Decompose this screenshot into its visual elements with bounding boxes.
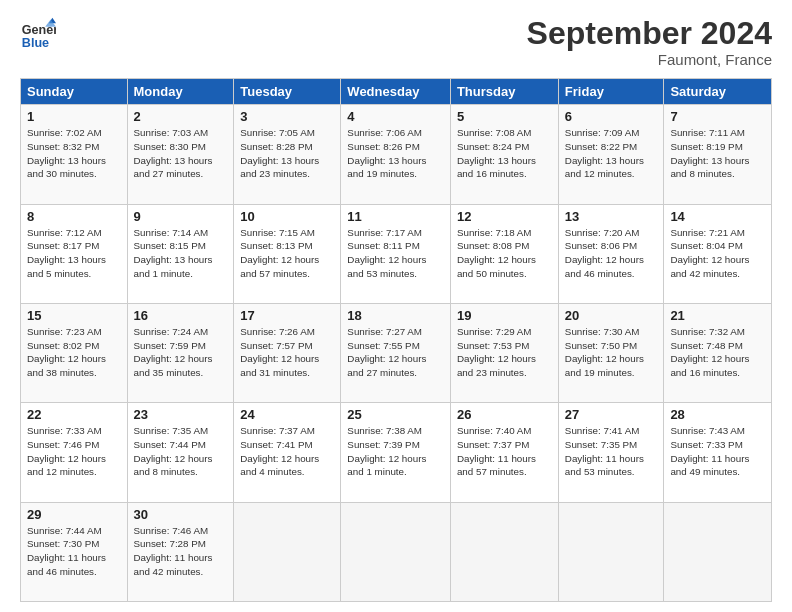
day-cell: 29 Sunrise: 7:44 AMSunset: 7:30 PMDaylig… bbox=[21, 502, 128, 601]
calendar-header-row: Sunday Monday Tuesday Wednesday Thursday… bbox=[21, 79, 772, 105]
col-sunday: Sunday bbox=[21, 79, 128, 105]
day-cell: 22 Sunrise: 7:33 AMSunset: 7:46 PMDaylig… bbox=[21, 403, 128, 502]
day-cell: 17 Sunrise: 7:26 AMSunset: 7:57 PMDaylig… bbox=[234, 303, 341, 402]
calendar-row: 1 Sunrise: 7:02 AMSunset: 8:32 PMDayligh… bbox=[21, 105, 772, 204]
col-saturday: Saturday bbox=[664, 79, 772, 105]
day-cell: 20 Sunrise: 7:30 AMSunset: 7:50 PMDaylig… bbox=[558, 303, 664, 402]
day-cell: 3 Sunrise: 7:05 AMSunset: 8:28 PMDayligh… bbox=[234, 105, 341, 204]
day-cell-empty bbox=[341, 502, 451, 601]
col-tuesday: Tuesday bbox=[234, 79, 341, 105]
day-cell: 12 Sunrise: 7:18 AMSunset: 8:08 PMDaylig… bbox=[450, 204, 558, 303]
day-cell-empty bbox=[558, 502, 664, 601]
day-cell: 5 Sunrise: 7:08 AMSunset: 8:24 PMDayligh… bbox=[450, 105, 558, 204]
day-cell: 6 Sunrise: 7:09 AMSunset: 8:22 PMDayligh… bbox=[558, 105, 664, 204]
col-thursday: Thursday bbox=[450, 79, 558, 105]
calendar-row: 29 Sunrise: 7:44 AMSunset: 7:30 PMDaylig… bbox=[21, 502, 772, 601]
day-cell: 30 Sunrise: 7:46 AMSunset: 7:28 PMDaylig… bbox=[127, 502, 234, 601]
day-cell: 19 Sunrise: 7:29 AMSunset: 7:53 PMDaylig… bbox=[450, 303, 558, 402]
day-cell: 14 Sunrise: 7:21 AMSunset: 8:04 PMDaylig… bbox=[664, 204, 772, 303]
day-cell-empty bbox=[450, 502, 558, 601]
day-cell: 21 Sunrise: 7:32 AMSunset: 7:48 PMDaylig… bbox=[664, 303, 772, 402]
col-wednesday: Wednesday bbox=[341, 79, 451, 105]
col-friday: Friday bbox=[558, 79, 664, 105]
calendar-table: Sunday Monday Tuesday Wednesday Thursday… bbox=[20, 78, 772, 602]
calendar-row: 15 Sunrise: 7:23 AMSunset: 8:02 PMDaylig… bbox=[21, 303, 772, 402]
calendar-row: 22 Sunrise: 7:33 AMSunset: 7:46 PMDaylig… bbox=[21, 403, 772, 502]
day-cell-empty bbox=[234, 502, 341, 601]
day-cell: 15 Sunrise: 7:23 AMSunset: 8:02 PMDaylig… bbox=[21, 303, 128, 402]
col-monday: Monday bbox=[127, 79, 234, 105]
day-cell: 10 Sunrise: 7:15 AMSunset: 8:13 PMDaylig… bbox=[234, 204, 341, 303]
logo-icon: General Blue bbox=[20, 16, 56, 52]
day-cell: 1 Sunrise: 7:02 AMSunset: 8:32 PMDayligh… bbox=[21, 105, 128, 204]
day-cell: 16 Sunrise: 7:24 AMSunset: 7:59 PMDaylig… bbox=[127, 303, 234, 402]
day-cell: 18 Sunrise: 7:27 AMSunset: 7:55 PMDaylig… bbox=[341, 303, 451, 402]
day-cell: 7 Sunrise: 7:11 AMSunset: 8:19 PMDayligh… bbox=[664, 105, 772, 204]
page: General Blue September 2024 Faumont, Fra… bbox=[0, 0, 792, 612]
day-cell: 4 Sunrise: 7:06 AMSunset: 8:26 PMDayligh… bbox=[341, 105, 451, 204]
location: Faumont, France bbox=[527, 51, 772, 68]
month-title: September 2024 bbox=[527, 16, 772, 51]
day-cell: 24 Sunrise: 7:37 AMSunset: 7:41 PMDaylig… bbox=[234, 403, 341, 502]
day-cell-empty bbox=[664, 502, 772, 601]
logo: General Blue bbox=[20, 16, 56, 52]
day-cell: 26 Sunrise: 7:40 AMSunset: 7:37 PMDaylig… bbox=[450, 403, 558, 502]
day-cell: 27 Sunrise: 7:41 AMSunset: 7:35 PMDaylig… bbox=[558, 403, 664, 502]
title-block: September 2024 Faumont, France bbox=[527, 16, 772, 68]
day-cell: 9 Sunrise: 7:14 AMSunset: 8:15 PMDayligh… bbox=[127, 204, 234, 303]
day-cell: 13 Sunrise: 7:20 AMSunset: 8:06 PMDaylig… bbox=[558, 204, 664, 303]
day-cell: 23 Sunrise: 7:35 AMSunset: 7:44 PMDaylig… bbox=[127, 403, 234, 502]
day-cell: 2 Sunrise: 7:03 AMSunset: 8:30 PMDayligh… bbox=[127, 105, 234, 204]
calendar-row: 8 Sunrise: 7:12 AMSunset: 8:17 PMDayligh… bbox=[21, 204, 772, 303]
day-cell: 25 Sunrise: 7:38 AMSunset: 7:39 PMDaylig… bbox=[341, 403, 451, 502]
day-cell: 11 Sunrise: 7:17 AMSunset: 8:11 PMDaylig… bbox=[341, 204, 451, 303]
day-cell: 28 Sunrise: 7:43 AMSunset: 7:33 PMDaylig… bbox=[664, 403, 772, 502]
day-cell: 8 Sunrise: 7:12 AMSunset: 8:17 PMDayligh… bbox=[21, 204, 128, 303]
header: General Blue September 2024 Faumont, Fra… bbox=[20, 16, 772, 68]
svg-text:Blue: Blue bbox=[22, 36, 49, 50]
